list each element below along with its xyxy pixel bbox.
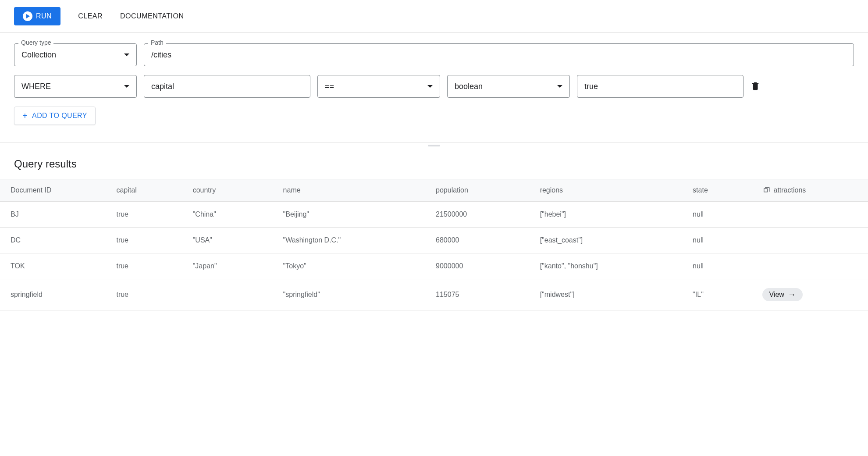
play-icon — [23, 11, 32, 21]
cell-name: "Tokyo" — [278, 253, 430, 279]
clause-type-value: boolean — [455, 82, 483, 91]
results-table: Document ID capital country name populat… — [0, 179, 868, 310]
results-title: Query results — [0, 153, 868, 179]
cell-name: "Beijing" — [278, 202, 430, 228]
table-row[interactable]: BJ true "China" "Beijing" 21500000 ["heb… — [0, 202, 868, 228]
chevron-down-icon — [124, 85, 129, 88]
table-header-row: Document ID capital country name populat… — [0, 179, 868, 202]
column-header-name[interactable]: name — [278, 179, 430, 202]
cell-country: "USA" — [188, 228, 278, 253]
arrow-right-icon: → — [788, 291, 796, 299]
cell-capital: true — [111, 279, 187, 310]
chevron-down-icon — [427, 85, 433, 88]
path-label: Path — [148, 39, 166, 46]
query-builder: Query type Collection Path /cities WHERE… — [0, 33, 868, 143]
column-header-population[interactable]: population — [430, 179, 535, 202]
cell-country — [188, 279, 278, 310]
cell-docid: DC — [0, 228, 111, 253]
clause-keyword-select[interactable]: WHERE — [14, 75, 137, 98]
cell-regions: ["hebei"] — [535, 202, 687, 228]
cell-state: "IL" — [687, 279, 757, 310]
view-chip-label: View — [769, 291, 784, 299]
cell-capital: true — [111, 202, 187, 228]
cell-name: "springfield" — [278, 279, 430, 310]
cell-state: null — [687, 202, 757, 228]
cell-population: 21500000 — [430, 202, 535, 228]
clear-button[interactable]: CLEAR — [78, 12, 103, 20]
cell-population: 9000000 — [430, 253, 535, 279]
cell-regions: ["east_coast"] — [535, 228, 687, 253]
cell-attractions: View → — [757, 279, 868, 310]
chevron-down-icon — [124, 53, 129, 56]
cell-capital: true — [111, 228, 187, 253]
handle-bar-icon — [428, 145, 440, 146]
run-button[interactable]: RUN — [14, 7, 60, 25]
add-to-query-button[interactable]: + ADD TO QUERY — [14, 107, 96, 125]
cell-population: 680000 — [430, 228, 535, 253]
column-header-regions[interactable]: regions — [535, 179, 687, 202]
path-input[interactable]: Path /cities — [144, 43, 854, 66]
column-header-attractions-label: attractions — [774, 186, 806, 194]
clause-field-value: capital — [151, 82, 174, 91]
cell-name: "Washington D.C." — [278, 228, 430, 253]
query-type-label: Query type — [18, 39, 53, 46]
clause-value: true — [584, 82, 598, 91]
plus-icon: + — [22, 111, 28, 120]
column-header-capital[interactable]: capital — [111, 179, 187, 202]
column-header-state[interactable]: state — [687, 179, 757, 202]
run-label: RUN — [36, 12, 52, 20]
cell-population: 115075 — [430, 279, 535, 310]
cell-regions: ["kanto", "honshu"] — [535, 253, 687, 279]
add-to-query-label: ADD TO QUERY — [32, 112, 87, 120]
cell-country: "China" — [188, 202, 278, 228]
cell-attractions — [757, 202, 868, 228]
query-type-value: Collection — [21, 50, 56, 60]
cell-docid: BJ — [0, 202, 111, 228]
cell-regions: ["midwest"] — [535, 279, 687, 310]
table-row[interactable]: springfield true "springfield" 115075 ["… — [0, 279, 868, 310]
clause-operator-select[interactable]: == — [317, 75, 440, 98]
cell-docid: TOK — [0, 253, 111, 279]
cell-attractions — [757, 228, 868, 253]
table-row[interactable]: TOK true "Japan" "Tokyo" 9000000 ["kanto… — [0, 253, 868, 279]
cell-attractions — [757, 253, 868, 279]
clause-value-input[interactable]: true — [577, 75, 743, 98]
trash-icon — [751, 81, 760, 91]
documentation-link[interactable]: DOCUMENTATION — [120, 12, 184, 20]
delete-clause-button[interactable] — [751, 81, 759, 92]
cell-state: null — [687, 228, 757, 253]
cell-state: null — [687, 253, 757, 279]
results-section: Query results Document ID capital countr… — [0, 148, 868, 310]
table-row[interactable]: DC true "USA" "Washington D.C." 680000 [… — [0, 228, 868, 253]
cell-docid: springfield — [0, 279, 111, 310]
column-header-country[interactable]: country — [188, 179, 278, 202]
column-header-docid[interactable]: Document ID — [0, 179, 111, 202]
cell-country: "Japan" — [188, 253, 278, 279]
column-header-attractions[interactable]: attractions — [757, 179, 868, 202]
cell-capital: true — [111, 253, 187, 279]
clause-field-input[interactable]: capital — [144, 75, 310, 98]
path-value: /cities — [151, 50, 171, 60]
clause-keyword-value: WHERE — [21, 82, 51, 91]
toolbar: RUN CLEAR DOCUMENTATION — [0, 0, 868, 33]
clause-operator-value: == — [325, 82, 334, 91]
clause-type-select[interactable]: boolean — [447, 75, 570, 98]
view-attractions-chip[interactable]: View → — [762, 288, 803, 301]
panel-resize-handle[interactable] — [0, 143, 868, 148]
collection-icon — [762, 186, 770, 194]
query-type-select[interactable]: Query type Collection — [14, 43, 137, 66]
chevron-down-icon — [557, 85, 562, 88]
